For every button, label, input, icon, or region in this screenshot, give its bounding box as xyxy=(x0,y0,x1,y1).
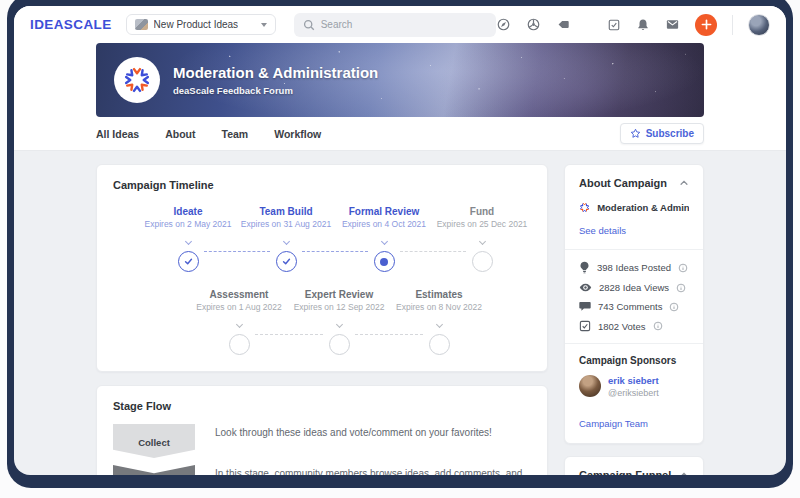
mail-icon xyxy=(665,17,680,32)
current-dot xyxy=(380,258,388,266)
campaign-subtitle: deaScale Feedback Forum xyxy=(173,85,378,96)
stat-votes: 1802 Votes xyxy=(579,320,689,332)
stage-circle-pending xyxy=(429,334,450,355)
top-navbar: IDEASCALE New Product Ideas xyxy=(14,6,786,43)
campaign-tabbar: All Ideas About Team Workflow Subscribe xyxy=(96,117,704,150)
tag-button[interactable] xyxy=(556,17,571,32)
stage-description-ideate: In this stage, community members browse … xyxy=(215,465,531,475)
search-input[interactable] xyxy=(321,19,487,30)
chevron-down-icon xyxy=(261,23,267,27)
stat-ideas-posted: 398 Ideas Posted xyxy=(579,261,689,274)
info-icon[interactable] xyxy=(653,321,663,331)
community-button[interactable] xyxy=(526,17,541,32)
campaign-sponsors-title: Campaign Sponsors xyxy=(579,355,689,366)
eye-icon xyxy=(579,282,592,293)
sponsor-avatar[interactable] xyxy=(579,375,601,397)
chevron-down-icon xyxy=(435,321,442,328)
stage-flow-card: Stage Flow Collect Look through these id… xyxy=(96,385,548,475)
see-details-link[interactable]: See details xyxy=(579,225,626,236)
timeline-stage-formal-review[interactable]: Formal Review Expires on 4 Oct 2021 xyxy=(335,205,433,272)
compass-icon xyxy=(496,17,511,32)
info-icon[interactable] xyxy=(676,283,686,293)
campaign-logo xyxy=(114,57,160,103)
timeline-stage-fund[interactable]: Fund Expires on 25 Dec 2021 xyxy=(433,205,531,272)
tab-workflow[interactable]: Workflow xyxy=(274,128,321,140)
search-icon xyxy=(303,19,315,31)
lightbulb-icon xyxy=(579,261,590,274)
campaign-selector-label: New Product Ideas xyxy=(154,19,239,30)
stat-idea-views: 2828 Idea Views xyxy=(579,282,689,293)
sponsor-handle: @eriksiebert xyxy=(608,388,659,398)
sponsor-row: erik siebert @eriksiebert xyxy=(579,375,689,398)
stage-circle-pending xyxy=(329,334,350,355)
add-button[interactable] xyxy=(695,14,717,36)
campaign-thumbnail xyxy=(135,19,148,30)
tab-all-ideas[interactable]: All Ideas xyxy=(96,128,139,140)
main-content: Campaign Timeline Ideate Expires on 2 Ma… xyxy=(14,151,786,475)
vote-icon xyxy=(579,320,591,332)
navbar-actions xyxy=(496,14,770,36)
messages-button[interactable] xyxy=(665,17,680,32)
chevron-up-icon xyxy=(679,470,689,475)
divider xyxy=(565,343,703,344)
main-column: Campaign Timeline Ideate Expires on 2 Ma… xyxy=(96,164,548,475)
chevron-down-icon xyxy=(235,321,242,328)
about-campaign-title: About Campaign xyxy=(579,177,667,189)
stage-circle-current xyxy=(374,251,395,272)
bell-icon xyxy=(636,18,650,32)
timeline-title: Campaign Timeline xyxy=(113,179,531,191)
campaign-team-link[interactable]: Campaign Team xyxy=(579,418,648,429)
timeline-row-2: Assessment Expires on 1 Aug 2022 Expert … xyxy=(189,288,489,355)
timeline-row-1: Ideate Expires on 2 May 2021 Team Build … xyxy=(139,205,531,272)
device-frame: IDEASCALE New Product Ideas xyxy=(7,0,793,488)
stage-circle-done xyxy=(178,251,199,272)
stage-shape-ideate[interactable]: Ideate xyxy=(113,465,195,475)
campaign-title: Moderation & Administration xyxy=(173,64,378,81)
compass-button[interactable] xyxy=(496,17,511,32)
check-icon xyxy=(183,256,194,267)
sidebar-campaign-name: Moderation & Administrat... xyxy=(597,202,689,213)
timeline-stage-team-build[interactable]: Team Build Expires on 31 Aug 2021 xyxy=(237,205,335,272)
stage-circle-pending xyxy=(229,334,250,355)
ideascale-logo[interactable]: IDEASCALE xyxy=(30,17,112,32)
tab-about[interactable]: About xyxy=(165,128,195,140)
search-box[interactable] xyxy=(294,13,496,37)
check-icon xyxy=(281,256,292,267)
notifications-button[interactable] xyxy=(636,18,650,32)
stage-description-collect: Look through these ideas and vote/commen… xyxy=(215,424,531,441)
star-icon xyxy=(630,128,641,139)
campaign-funnel-title: Campaign Funnel xyxy=(579,469,671,475)
campaign-banner: Moderation & Administration deaScale Fee… xyxy=(96,43,704,117)
collapse-about-button[interactable] xyxy=(679,178,689,188)
tasks-icon xyxy=(607,18,621,32)
stage-circle-pending xyxy=(472,251,493,272)
chevron-down-icon xyxy=(184,238,191,245)
tasks-button[interactable] xyxy=(607,18,621,32)
stage-shape-collect[interactable]: Collect xyxy=(113,424,195,458)
collapse-funnel-button[interactable] xyxy=(679,470,689,475)
campaign-timeline-card: Campaign Timeline Ideate Expires on 2 Ma… xyxy=(96,164,548,372)
community-icon xyxy=(526,17,541,32)
subscribe-button[interactable]: Subscribe xyxy=(620,123,704,144)
timeline-stage-expert-review[interactable]: Expert Review Expires on 12 Sep 2022 xyxy=(289,288,389,355)
timeline-stage-ideate[interactable]: Ideate Expires on 2 May 2021 xyxy=(139,205,237,272)
stage-circle-done xyxy=(276,251,297,272)
timeline-stage-assessment[interactable]: Assessment Expires on 1 Aug 2022 xyxy=(189,288,289,355)
ideascale-starburst-icon xyxy=(579,200,590,215)
campaign-selector[interactable]: New Product Ideas xyxy=(126,14,276,35)
campaign-funnel-card: Campaign Funnel All Stages 402 xyxy=(564,456,704,475)
sponsor-name[interactable]: erik siebert xyxy=(608,375,659,386)
chevron-up-icon xyxy=(679,178,689,188)
campaign-header: Moderation & Administration deaScale Fee… xyxy=(14,43,786,151)
stage-flow-title: Stage Flow xyxy=(113,400,531,412)
tab-team[interactable]: Team xyxy=(222,128,249,140)
chevron-down-icon xyxy=(380,238,387,245)
info-icon[interactable] xyxy=(669,302,679,312)
user-avatar[interactable] xyxy=(748,14,770,36)
chevron-down-icon xyxy=(335,321,342,328)
right-sidebar: About Campaign xyxy=(564,164,704,475)
info-icon[interactable] xyxy=(678,263,688,273)
stat-comments: 743 Comments xyxy=(579,301,689,312)
timeline-stage-estimates[interactable]: Estimates Expires on 8 Nov 2022 xyxy=(389,288,489,355)
about-campaign-card: About Campaign xyxy=(564,164,704,444)
